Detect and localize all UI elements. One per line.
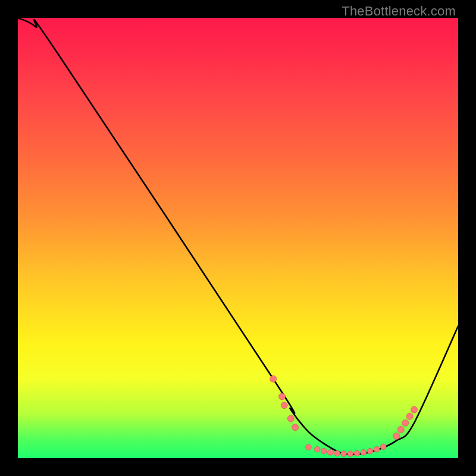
data-marker — [406, 413, 413, 419]
data-marker — [354, 450, 360, 456]
marker-layer — [270, 375, 418, 456]
plot-area — [18, 18, 458, 458]
data-marker — [314, 446, 320, 452]
bottleneck-curve-path — [18, 18, 458, 455]
data-marker — [402, 419, 409, 426]
data-marker — [367, 448, 373, 454]
data-marker — [347, 451, 353, 457]
data-marker — [374, 446, 380, 452]
data-marker — [361, 450, 367, 456]
watermark-text: TheBottleneck.com — [342, 4, 456, 19]
data-marker — [341, 451, 347, 457]
bottleneck-curve-svg — [18, 18, 458, 458]
data-marker — [328, 450, 334, 456]
data-marker — [393, 433, 400, 440]
data-marker — [287, 415, 294, 422]
data-marker — [292, 424, 299, 431]
data-marker — [411, 406, 418, 413]
data-marker — [270, 375, 277, 382]
chart-frame: TheBottleneck.com — [0, 0, 476, 476]
data-marker — [397, 426, 404, 433]
data-marker — [380, 444, 386, 450]
data-marker — [279, 393, 286, 400]
data-marker — [321, 448, 327, 454]
data-marker — [334, 450, 340, 456]
data-marker — [281, 402, 287, 409]
data-marker — [306, 444, 312, 450]
